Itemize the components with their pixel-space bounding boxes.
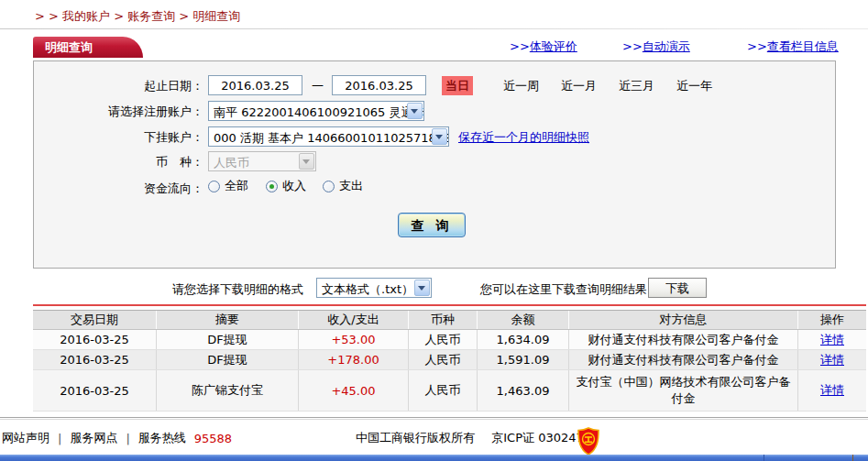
- radio-icon: [323, 181, 335, 192]
- col-header-currency: 币种: [409, 311, 478, 329]
- copyright-text: 中国工商银行版权所有 京ICP证 030247号: [356, 430, 596, 446]
- status-bar-divider: [852, 455, 853, 461]
- flow-radio-expense[interactable]: 支出: [323, 178, 363, 194]
- date-from-input[interactable]: [208, 75, 302, 95]
- snapshot-link[interactable]: 保存近一个月的明细快照: [458, 129, 589, 146]
- detail-link[interactable]: 详情: [820, 382, 844, 399]
- tab-label: 明细查询: [45, 40, 93, 54]
- date-to-input[interactable]: [332, 75, 426, 95]
- currency-label: 币 种：: [156, 154, 203, 170]
- tab-detail-query: 明细查询: [33, 37, 143, 58]
- flow-option-label: 支出: [339, 178, 363, 194]
- footer-divider: [0, 417, 868, 418]
- quick-range-year[interactable]: 近一年: [676, 78, 712, 94]
- quick-range-week[interactable]: 近一周: [503, 78, 539, 94]
- copyright-owner: 中国工商银行版权所有: [356, 431, 475, 445]
- col-header-balance: 余额: [478, 311, 569, 329]
- link-auto-demo[interactable]: >>自动演示: [622, 38, 690, 55]
- sub-account-select-value: 000 活期 基本户 1406600101102571848: [209, 127, 448, 147]
- col-header-date: 交易日期: [33, 311, 157, 329]
- header-divider: [0, 28, 868, 29]
- flow-option-label: 全部: [225, 178, 248, 194]
- account-select-value: 南平 6222001406100921065 灵通卡: [209, 102, 423, 121]
- col-header-action: 操作: [798, 311, 866, 329]
- security-badge-icon: [577, 427, 599, 456]
- flow-radio-income[interactable]: 收入: [266, 178, 306, 194]
- quick-range-month[interactable]: 近一月: [561, 78, 597, 94]
- cell-balance: 1,591.09: [478, 350, 569, 369]
- cell-summary: DF提现: [157, 330, 299, 349]
- cell-summary: DF提现: [157, 350, 299, 369]
- cell-balance: 1,634.09: [478, 330, 569, 349]
- radio-icon: [208, 181, 220, 192]
- cell-amount: +178.00: [299, 350, 409, 369]
- link-prefix: >>: [622, 39, 643, 53]
- footer-hotline-label[interactable]: 服务热线: [138, 430, 186, 446]
- col-header-summary: 摘要: [157, 311, 299, 329]
- footer-separator: |: [126, 432, 129, 445]
- chevron-down-icon: [414, 280, 430, 296]
- footer-separator: |: [58, 432, 61, 445]
- account-label: 请选择注册账户：: [108, 104, 203, 120]
- download-button[interactable]: 下载: [648, 278, 707, 298]
- detail-link[interactable]: 详情: [820, 352, 844, 368]
- cell-date: 2016-03-25: [33, 370, 157, 411]
- table-row: 2016-03-25 DF提现 +53.00 人民币 1,634.09 财付通支…: [33, 330, 866, 350]
- status-bar-divider: [764, 455, 764, 461]
- bottom-status-bar: [0, 455, 868, 461]
- footer-divider-light: [0, 419, 868, 420]
- flow-radio-all[interactable]: 全部: [208, 178, 248, 194]
- sub-account-label: 下挂账户：: [144, 129, 203, 146]
- cell-currency: 人民币: [409, 350, 478, 369]
- account-select[interactable]: 南平 6222001406100921065 灵通卡: [208, 101, 424, 121]
- flow-option-label: 收入: [282, 178, 306, 194]
- table-row: 2016-03-25 陈广锦支付宝 +45.00 人民币 1,463.09 支付…: [33, 370, 866, 412]
- date-separator: —: [312, 78, 324, 92]
- cell-balance: 1,463.09: [478, 370, 569, 411]
- query-form-panel: 起止日期： — 当日 近一周 近一月 近三月 近一年 请选择注册账户： 南平 6…: [33, 60, 836, 269]
- flow-label: 资金流向：: [144, 181, 203, 197]
- cell-date: 2016-03-25: [33, 350, 157, 369]
- date-range-label: 起止日期：: [144, 78, 203, 94]
- col-header-counterparty: 对方信息: [569, 311, 798, 329]
- cell-currency: 人民币: [409, 330, 478, 349]
- link-label: 自动演示: [643, 39, 690, 53]
- col-header-amount: 收入/支出: [299, 311, 409, 329]
- link-prefix: >>: [510, 39, 530, 53]
- link-view-column-info[interactable]: >>查看栏目信息: [747, 38, 839, 55]
- download-format-label: 请您选择下载明细的格式: [172, 281, 303, 298]
- today-button[interactable]: 当日: [442, 76, 473, 95]
- cell-summary: 陈广锦支付宝: [157, 370, 299, 411]
- cell-date: 2016-03-25: [33, 330, 157, 349]
- sub-account-select[interactable]: 000 活期 基本户 1406600101102571848: [208, 126, 449, 147]
- link-label: 查看栏目信息: [767, 39, 839, 53]
- download-hint: 您可以在这里下载查询明细结果: [480, 281, 647, 298]
- footer-hotline-number: 95588: [194, 432, 232, 445]
- chevron-down-icon: [299, 153, 314, 170]
- cell-amount: +45.00: [299, 370, 409, 411]
- footer-links: 网站声明 | 服务网点 | 服务热线 95588: [2, 430, 232, 446]
- download-format-select[interactable]: 文本格式（.txt）: [316, 278, 432, 298]
- footer-link-service-outlets[interactable]: 服务网点: [70, 430, 117, 446]
- table-header-row: 交易日期 摘要 收入/支出 币种 余额 对方信息 操作: [33, 311, 866, 330]
- link-experience-rating[interactable]: >>体验评价: [510, 38, 577, 55]
- detail-link[interactable]: 详情: [820, 332, 844, 348]
- chevron-down-icon: [407, 103, 423, 119]
- quick-range-quarter[interactable]: 近三月: [619, 78, 654, 94]
- results-table: 交易日期 摘要 收入/支出 币种 余额 对方信息 操作 2016-03-25 D…: [33, 310, 866, 412]
- page: > > 我的账户 > 账务查询 > 明细查询 明细查询 >>体验评价 >>自动演…: [0, 0, 868, 461]
- currency-select: 人民币: [208, 151, 316, 171]
- chevron-down-icon: [432, 128, 447, 145]
- link-prefix: >>: [747, 39, 767, 53]
- breadcrumb: > > 我的账户 > 账务查询 > 明细查询: [35, 8, 240, 25]
- footer-link-site-statement[interactable]: 网站声明: [2, 430, 49, 446]
- link-label: 体验评价: [530, 39, 577, 53]
- table-top-accent-line: [33, 304, 866, 306]
- cell-counterparty: 支付宝（中国）网络技术有限公司客户备付金: [569, 370, 798, 411]
- query-button[interactable]: 查 询: [398, 213, 466, 237]
- cell-counterparty: 财付通支付科技有限公司客户备付金: [569, 350, 798, 369]
- table-row: 2016-03-25 DF提现 +178.00 人民币 1,591.09 财付通…: [33, 350, 866, 370]
- radio-icon: [266, 181, 278, 192]
- cell-counterparty: 财付通支付科技有限公司客户备付金: [569, 330, 798, 349]
- cell-amount: +53.00: [299, 330, 409, 349]
